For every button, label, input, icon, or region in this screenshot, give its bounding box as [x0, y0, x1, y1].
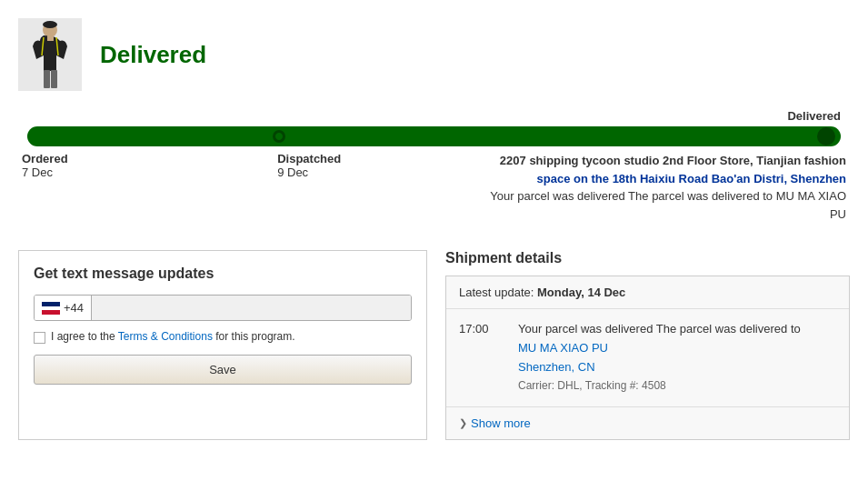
shipment-title: Shipment details	[445, 250, 850, 266]
detail-line2: MU MA XIAO PU	[518, 341, 608, 355]
progress-labels: Ordered 7 Dec Dispatched 9 Dec 2207 ship…	[18, 152, 850, 223]
carrier-info: Carrier: DHL, Tracking #: 4508	[518, 379, 666, 392]
svg-rect-6	[47, 35, 54, 41]
terms-text-label: I agree to the Terms & Conditions for th…	[51, 330, 295, 343]
shipment-time: 17:00	[459, 320, 500, 396]
progress-delivered-label: Delivered	[787, 109, 841, 123]
address-delivery-note: Your parcel was delivered The parcel was…	[490, 189, 846, 221]
dispatched-date: 9 Dec	[277, 165, 484, 179]
terms-link[interactable]: Terms & Conditions	[118, 330, 213, 343]
phone-country-code: +44	[64, 301, 84, 315]
save-button[interactable]: Save	[34, 355, 412, 385]
uk-flag-icon	[42, 302, 60, 315]
svg-point-1	[43, 21, 57, 28]
show-more-chevron-icon: ❯	[459, 417, 467, 429]
phone-flag-code[interactable]: +44	[35, 296, 92, 320]
text-updates-panel: Get text message updates +44 I agree to …	[18, 250, 427, 440]
dispatched-dot	[273, 130, 285, 143]
svg-rect-5	[51, 70, 57, 88]
progress-bar-fill	[27, 126, 841, 146]
address-line2: space on the 18th Haixiu Road Bao'an Dis…	[537, 172, 846, 185]
delivered-status-title: Delivered	[100, 41, 206, 69]
dispatched-label: Dispatched	[277, 152, 484, 165]
top-section: Delivered	[0, 0, 868, 100]
delivery-address-stage: 2207 shipping tycoon studio 2nd Floor St…	[484, 152, 846, 223]
update-header: Latest update: Monday, 14 Dec	[446, 276, 849, 309]
text-updates-title: Get text message updates	[34, 266, 412, 282]
detail-line1: Your parcel was delivered The parcel was…	[518, 322, 801, 336]
latest-update-label: Latest update:	[459, 286, 534, 299]
terms-prefix: I agree to the	[51, 330, 115, 343]
shipment-row: 17:00 Your parcel was delivered The parc…	[446, 309, 849, 406]
progress-section: Delivered Ordered 7 Dec Dispatched 9 Dec…	[0, 100, 868, 223]
phone-number-input[interactable]	[92, 296, 411, 320]
delivered-dot	[817, 127, 835, 145]
detail-line3: Shenzhen, CN	[518, 360, 595, 374]
ordered-date: 7 Dec	[22, 165, 277, 179]
show-more-button[interactable]: Show more	[471, 416, 531, 430]
shipment-card: Latest update: Monday, 14 Dec 17:00 Your…	[445, 276, 850, 440]
phone-input-row[interactable]: +44	[34, 295, 412, 321]
show-more-row[interactable]: ❯ Show more	[446, 406, 849, 439]
terms-row: I agree to the Terms & Conditions for th…	[34, 330, 412, 344]
address-line1: 2207 shipping tycoon studio 2nd Floor St…	[500, 154, 846, 167]
terms-checkbox[interactable]	[34, 332, 45, 344]
progress-bar	[27, 126, 841, 146]
bottom-section: Get text message updates +44 I agree to …	[0, 232, 868, 449]
dispatched-stage: Dispatched 9 Dec	[277, 152, 484, 223]
address-text: 2207 shipping tycoon studio 2nd Floor St…	[484, 152, 846, 223]
shipment-panel: Shipment details Latest update: Monday, …	[445, 250, 850, 440]
ordered-stage: Ordered 7 Dec	[22, 152, 277, 223]
shipment-details-text: Your parcel was delivered The parcel was…	[518, 320, 801, 396]
svg-rect-4	[44, 70, 50, 88]
product-image	[18, 18, 82, 91]
terms-suffix: for this program.	[215, 330, 294, 343]
latest-update-date: Monday, 14 Dec	[537, 286, 625, 299]
ordered-label: Ordered	[22, 152, 277, 165]
